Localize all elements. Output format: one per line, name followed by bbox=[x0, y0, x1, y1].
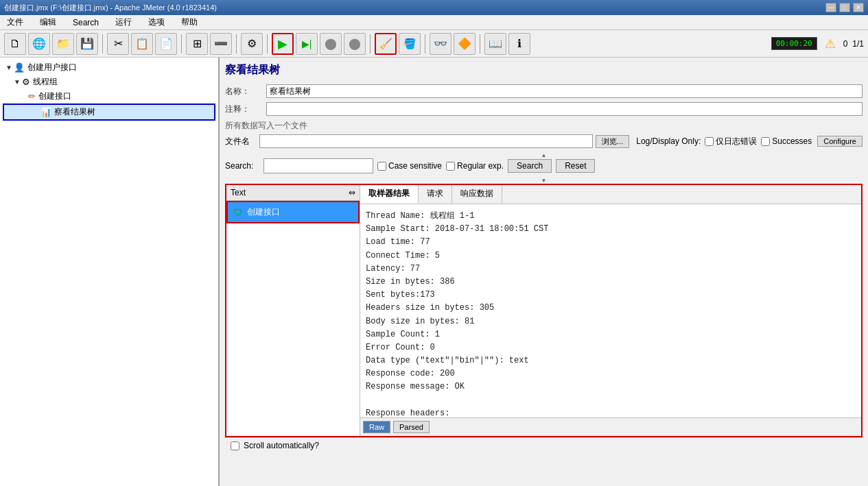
save-as-btn[interactable]: 💾 bbox=[76, 33, 98, 55]
tree-label-create: 创建接口 bbox=[38, 90, 71, 102]
raw-btn[interactable]: Raw bbox=[363, 421, 390, 433]
regex-checkbox[interactable] bbox=[446, 162, 455, 171]
stop-btn[interactable]: ⬤ bbox=[320, 33, 342, 55]
scroll-down-arrow[interactable]: ▼ bbox=[225, 178, 863, 184]
results-list-header: Text ⇔ bbox=[226, 185, 360, 201]
sep3 bbox=[236, 34, 237, 53]
case-sensitive-label[interactable]: Case sensitive bbox=[377, 161, 442, 171]
results-right: 取样器结果 请求 响应数据 Thread Name: 线程组 1-1 Sampl… bbox=[360, 185, 861, 436]
close-btn[interactable]: ✕ bbox=[853, 3, 864, 12]
clear-btn[interactable]: 🧹 bbox=[375, 33, 397, 55]
info-btn[interactable]: ℹ bbox=[508, 33, 530, 55]
right-panel: 开始请求 清除结果 察看结果树 名称： 注释： 所有数据写入一个文件 文件名 浏… bbox=[220, 58, 868, 486]
open-btn[interactable]: 🌐 bbox=[28, 33, 50, 55]
sep6 bbox=[425, 34, 425, 53]
menu-file[interactable]: 文件 bbox=[3, 15, 27, 29]
tree-icon-thread: ⚙ bbox=[22, 77, 30, 87]
search-input[interactable] bbox=[263, 158, 373, 173]
start-btn[interactable]: ▶ bbox=[272, 33, 294, 55]
tree-label-thread: 线程组 bbox=[33, 76, 58, 88]
comment-input[interactable] bbox=[266, 102, 863, 116]
shrink-btn[interactable]: ➖ bbox=[210, 33, 232, 55]
debug-btn[interactable]: ⚙ bbox=[241, 33, 263, 55]
tree-item-result-tree[interactable]: 📊 察看结果树 bbox=[3, 104, 215, 121]
tree-icon-result: 📊 bbox=[40, 107, 51, 117]
result-item-label: 创建接口 bbox=[247, 206, 280, 218]
result-status-icon: 🛡 bbox=[233, 207, 243, 218]
start-no-pause-btn[interactable]: ▶| bbox=[296, 33, 318, 55]
error-checkbox-label[interactable]: 仅日志错误 bbox=[705, 136, 757, 147]
result-list-item-create[interactable]: 🛡 创建接口 bbox=[226, 201, 360, 223]
save-btn[interactable]: 📁 bbox=[52, 33, 74, 55]
copy-btn[interactable]: 📋 bbox=[131, 33, 153, 55]
parsed-btn[interactable]: Parsed bbox=[393, 421, 430, 433]
menu-bar: 文件 编辑 Search 运行 选项 帮助 bbox=[0, 15, 868, 30]
search-execute-btn[interactable]: Search bbox=[508, 159, 552, 173]
tree-item-thread-group[interactable]: ▼ ⚙ 线程组 bbox=[3, 75, 215, 89]
log-display-label: Log/Display Only: bbox=[636, 136, 701, 146]
text-column-header: Text bbox=[231, 188, 246, 197]
scroll-auto-label: Scroll automatically? bbox=[244, 441, 319, 450]
help-btn[interactable]: 📖 bbox=[484, 33, 506, 55]
title-bar: 创建接口.jmx (F:\创建接口.jmx) - Apache JMeter (… bbox=[0, 0, 868, 15]
tree-arrow-root: ▼ bbox=[5, 64, 12, 71]
comment-label: 注释： bbox=[225, 104, 266, 115]
tab-sampler-result[interactable]: 取样器结果 bbox=[360, 185, 419, 204]
regex-label[interactable]: Regular exp. bbox=[446, 161, 504, 171]
comment-row: 注释： bbox=[225, 102, 863, 116]
minimize-btn[interactable]: — bbox=[825, 3, 836, 12]
tree-item-create-interface[interactable]: ✏ 创建接口 bbox=[3, 89, 215, 104]
tab-request[interactable]: 请求 bbox=[419, 185, 452, 204]
result-content: Thread Name: 线程组 1-1 Sample Start: 2018-… bbox=[360, 204, 861, 417]
menu-edit[interactable]: 编辑 bbox=[36, 15, 60, 29]
tree-arrow-create bbox=[25, 93, 27, 100]
tree-label-result: 察看结果树 bbox=[54, 106, 95, 118]
tab-response-data[interactable]: 响应数据 bbox=[452, 185, 502, 204]
toolbar: 🗋 🌐 📁 💾 ✂ 📋 📄 ⊞ ➖ ⚙ ▶ ▶| ⬤ ⬤ 🧹 🪣 👓 🔶 📖 ℹ… bbox=[0, 30, 868, 58]
file-row: 文件名 浏览... Log/Display Only: 仅日志错误 Succes… bbox=[225, 134, 863, 148]
format-buttons-row: Raw Parsed bbox=[360, 417, 861, 436]
column-resize-handle[interactable]: ⇔ bbox=[349, 188, 355, 197]
success-checkbox[interactable] bbox=[761, 137, 770, 146]
clear-all-btn[interactable]: 🪣 bbox=[399, 33, 421, 55]
cut-btn[interactable]: ✂ bbox=[107, 33, 129, 55]
left-panel: ▼ 👤 创建用户接口 ▼ ⚙ 线程组 ✏ 创建接口 📊 察看结果树 bbox=[0, 58, 220, 486]
stop-now-btn[interactable]: ⬤ bbox=[344, 33, 366, 55]
configure-btn[interactable]: Configure bbox=[817, 136, 863, 147]
tree-label-root: 创建用户接口 bbox=[27, 62, 77, 73]
sep4 bbox=[267, 34, 268, 53]
result-tabs: 取样器结果 请求 响应数据 bbox=[360, 185, 861, 204]
error-checkbox[interactable] bbox=[705, 137, 714, 146]
scroll-auto-checkbox[interactable] bbox=[231, 441, 239, 450]
case-sensitive-checkbox[interactable] bbox=[377, 162, 386, 171]
fraction: 1/1 bbox=[852, 39, 864, 49]
expand-btn[interactable]: ⊞ bbox=[186, 33, 208, 55]
paste-btn[interactable]: 📄 bbox=[155, 33, 177, 55]
tree-item-root[interactable]: ▼ 👤 创建用户接口 bbox=[3, 60, 215, 75]
scroll-up-arrow[interactable]: ▲ bbox=[225, 152, 863, 158]
title-controls: — □ ✕ bbox=[825, 3, 864, 12]
tree-arrow-thread: ▼ bbox=[14, 78, 21, 86]
reset-btn[interactable]: Reset bbox=[556, 159, 595, 173]
warning-icon: ⚠ bbox=[819, 33, 841, 55]
results-left: Text ⇔ 🛡 创建接口 bbox=[226, 185, 360, 436]
menu-run[interactable]: 运行 bbox=[111, 15, 136, 29]
sep7 bbox=[480, 34, 480, 53]
menu-options[interactable]: 选项 bbox=[144, 15, 169, 29]
file-input[interactable] bbox=[259, 134, 593, 148]
search-toolbar-btn[interactable]: 👓 bbox=[430, 33, 451, 55]
warning-count: 0 bbox=[843, 39, 848, 49]
maximize-btn[interactable]: □ bbox=[839, 3, 850, 12]
tree-icon-create: ✏ bbox=[28, 91, 36, 101]
merge-btn[interactable]: 🔶 bbox=[454, 33, 476, 55]
success-checkbox-label[interactable]: Successes bbox=[761, 136, 812, 146]
new-btn[interactable]: 🗋 bbox=[4, 33, 26, 55]
panel-title: 察看结果树 bbox=[225, 63, 863, 77]
browse-btn[interactable]: 浏览... bbox=[596, 135, 629, 148]
name-label: 名称： bbox=[225, 86, 266, 97]
search-row: Search: Case sensitive Regular exp. Sear… bbox=[225, 158, 863, 173]
menu-help[interactable]: 帮助 bbox=[177, 15, 202, 29]
tree-arrow-result bbox=[37, 108, 39, 116]
name-input[interactable] bbox=[266, 84, 863, 98]
menu-search[interactable]: Search bbox=[69, 16, 103, 29]
